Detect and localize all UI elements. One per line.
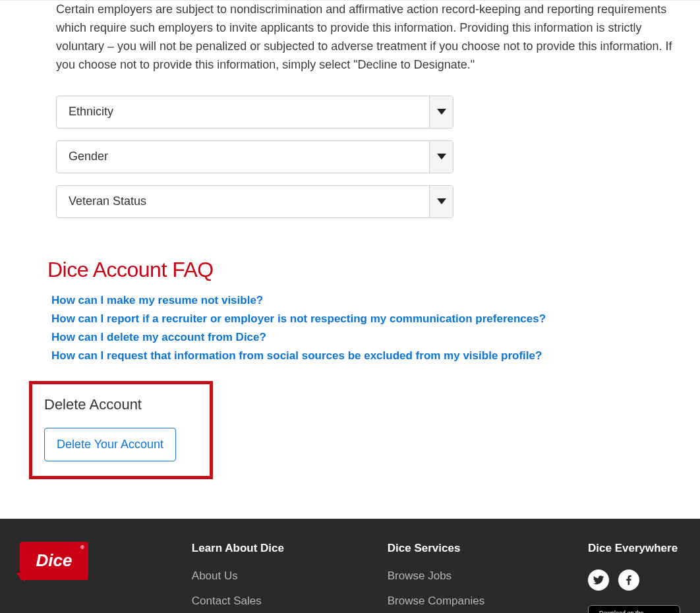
faq-link-report-recruiter[interactable]: How can I report if a recruiter or emplo… (51, 312, 546, 325)
dice-logo[interactable]: Dice ® (20, 542, 88, 580)
faq-link-exclude-social[interactable]: How can I request that information from … (51, 349, 542, 362)
voluntary-disclosure-paragraph: Certain employers are subject to nondisc… (20, 1, 680, 74)
gender-select-label: Gender (69, 150, 108, 163)
chevron-down-icon (429, 186, 453, 218)
footer-everywhere-col: Dice Everywhere Download on the App Stor… (588, 542, 680, 613)
facebook-icon[interactable] (618, 569, 639, 591)
chevron-down-icon (429, 96, 453, 128)
gender-select[interactable]: Gender (56, 140, 453, 173)
ethnicity-select[interactable]: Ethnicity (56, 96, 453, 129)
site-footer: Dice ® Learn About Dice About Us Contact… (0, 519, 700, 613)
faq-link-list: How can I make my resume not visible? Ho… (51, 294, 680, 363)
faq-link-resume-visibility[interactable]: How can I make my resume not visible? (51, 294, 263, 306)
footer-learn-col: Learn About Dice About Us Contact Sales … (192, 542, 284, 613)
footer-link-browse-companies[interactable]: Browse Companies (388, 595, 484, 607)
faq-section: Dice Account FAQ How can I make my resum… (20, 258, 680, 363)
app-store-badge[interactable]: Download on the App Store (588, 605, 680, 613)
ethnicity-select-label: Ethnicity (69, 105, 113, 119)
footer-link-contact-sales[interactable]: Contact Sales (192, 595, 262, 607)
twitter-icon[interactable] (588, 569, 609, 591)
faq-link-delete-account[interactable]: How can I delete my account from Dice? (51, 331, 266, 343)
footer-link-browse-jobs[interactable]: Browse Jobs (388, 569, 452, 582)
footer-everywhere-heading: Dice Everywhere (588, 542, 680, 555)
social-icon-row (588, 569, 680, 591)
delete-account-heading: Delete Account (44, 396, 198, 413)
delete-your-account-button[interactable]: Delete Your Account (44, 428, 176, 461)
footer-learn-heading: Learn About Dice (192, 542, 284, 555)
demographic-select-group: Ethnicity Gender Veteran Status (20, 96, 680, 218)
footer-link-about-us[interactable]: About Us (192, 569, 238, 582)
veteran-status-select[interactable]: Veteran Status (56, 185, 453, 218)
registered-trademark-icon: ® (80, 544, 84, 550)
footer-logo-col: Dice ® (20, 542, 88, 613)
veteran-status-select-label: Veteran Status (69, 194, 146, 208)
footer-services-heading: Dice Services (388, 542, 484, 555)
delete-account-panel: Delete Account Delete Your Account (29, 381, 213, 479)
chevron-down-icon (429, 141, 453, 173)
dice-logo-text: Dice (36, 550, 73, 571)
appstore-small-text: Download on the (599, 610, 649, 613)
footer-services-col: Dice Services Browse Jobs Browse Compani… (388, 542, 484, 613)
faq-heading: Dice Account FAQ (47, 258, 680, 282)
